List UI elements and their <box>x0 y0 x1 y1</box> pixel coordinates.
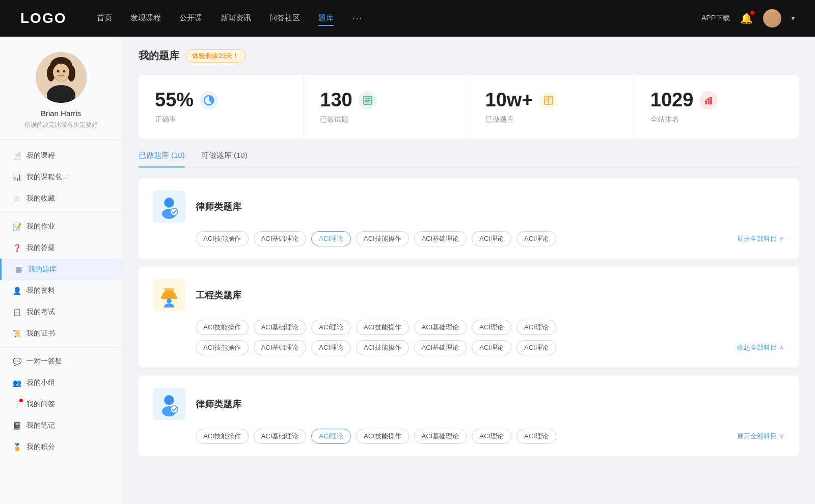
menu-label-profile: 我的资料 <box>26 286 55 295</box>
tag-2-5[interactable]: ACI理论 <box>472 429 511 444</box>
tag-1-0[interactable]: ACI技能操作 <box>196 320 249 335</box>
menu-item-favorites[interactable]: ☆ 我的收藏 <box>0 188 122 209</box>
tag-2-4[interactable]: ACI基础理论 <box>414 429 467 444</box>
score-icon: 🏅 <box>12 442 21 452</box>
menu-item-notes[interactable]: 📓 我的笔记 <box>0 415 122 436</box>
tag-2-2[interactable]: ACI理论 <box>311 429 351 444</box>
nav-discover[interactable]: 发现课程 <box>130 11 161 26</box>
tag-1-4[interactable]: ACI基础理论 <box>414 320 467 335</box>
menu-item-qbank[interactable]: ▦ 我的题库 <box>0 259 122 280</box>
grid-icon: ▦ <box>14 265 23 274</box>
collapse-btn-1[interactable]: 收起全部科目 ∧ <box>737 343 784 352</box>
tag-0-3[interactable]: ACI技能操作 <box>356 231 409 246</box>
tag-2-0[interactable]: ACI技能操作 <box>196 429 249 444</box>
qbank-card-2-title: 律师类题库 <box>196 398 241 410</box>
stat-done-questions-value: 130 <box>320 89 352 111</box>
tag-1-r2-0[interactable]: ACI技能操作 <box>196 340 249 355</box>
tag-0-5[interactable]: ACI理论 <box>472 231 511 246</box>
dropdown-arrow-icon[interactable]: ▾ <box>792 15 795 22</box>
tag-1-5[interactable]: ACI理论 <box>472 320 511 335</box>
tag-1-r2-5[interactable]: ACI理论 <box>472 340 511 355</box>
page-header: 我的题库 体验剩余23天！ <box>139 49 799 63</box>
main-layout: Brian Harris 错误的决定比没有决定要好 📄 我的课程 📊 我的课程包… <box>0 37 815 504</box>
lawyer-icon-2 <box>157 392 181 416</box>
menu-label-my-qa: 我的问答 <box>26 400 55 409</box>
tag-1-r2-2[interactable]: ACI理论 <box>311 340 351 355</box>
menu-item-courses[interactable]: 📄 我的课程 <box>0 145 122 166</box>
group-icon: 👥 <box>12 378 21 387</box>
nav-qbank[interactable]: 题库 <box>318 11 334 26</box>
chart-icon: 📊 <box>12 173 21 182</box>
stat-accuracy-label: 正确率 <box>155 115 287 124</box>
tag-1-6[interactable]: ACI理论 <box>517 320 556 335</box>
stat-accuracy-value: 55% <box>155 89 194 111</box>
avatar[interactable] <box>763 9 781 27</box>
menu-label-cert: 我的证书 <box>26 329 55 338</box>
menu-item-group[interactable]: 👥 我的小组 <box>0 372 122 394</box>
tab-done[interactable]: 已做题库 (10) <box>139 151 185 167</box>
stat-rank-row: 1029 <box>650 89 782 111</box>
menu-item-qa-mine[interactable]: ❓ 我的答疑 <box>0 237 122 259</box>
tag-1-3[interactable]: ACI技能操作 <box>356 320 409 335</box>
tag-0-1[interactable]: ACI基础理论 <box>254 231 307 246</box>
tag-1-2[interactable]: ACI理论 <box>311 320 351 335</box>
app-download-button[interactable]: APP下载 <box>701 14 730 23</box>
profile-avatar <box>36 52 87 103</box>
tag-1-r2-3[interactable]: ACI技能操作 <box>356 340 409 355</box>
menu-item-1on1[interactable]: 💬 一对一答疑 <box>0 351 122 372</box>
nav-news[interactable]: 新闻资讯 <box>221 11 251 26</box>
expand-btn-0[interactable]: 展开全部科目 ∨ <box>737 234 784 243</box>
qbank-card-2-icon <box>153 388 185 421</box>
menu-item-profile[interactable]: 👤 我的资料 <box>0 280 122 301</box>
logo: LOGO <box>20 10 66 26</box>
tab-todo[interactable]: 可做题库 (10) <box>201 151 248 167</box>
menu-item-cert[interactable]: 📜 我的证书 <box>0 323 122 344</box>
tag-0-0[interactable]: ACI技能操作 <box>196 231 249 246</box>
nav-more[interactable]: ··· <box>352 11 363 26</box>
stat-done-questions-label: 已做试题 <box>320 115 452 124</box>
menu-label-notes: 我的笔记 <box>26 421 55 430</box>
menu-label-exam: 我的考试 <box>26 307 55 317</box>
svg-point-34 <box>164 303 174 307</box>
accuracy-icon <box>200 91 218 109</box>
svg-rect-26 <box>710 97 712 104</box>
stat-accuracy-row: 55% <box>155 89 287 111</box>
svg-point-29 <box>165 199 173 207</box>
tag-1-r2-1[interactable]: ACI基础理论 <box>254 340 307 355</box>
stat-done-qbank-row: 10w+ <box>485 89 617 111</box>
tag-0-6[interactable]: ACI理论 <box>517 231 556 246</box>
qbank-card-0-header: 律师类题库 <box>153 190 784 223</box>
nav-qa[interactable]: 问答社区 <box>269 11 300 26</box>
svg-rect-24 <box>705 101 707 104</box>
stat-accuracy: 55% 正确率 <box>139 75 304 138</box>
pie-chart-icon <box>203 95 214 106</box>
nav-home[interactable]: 首页 <box>97 11 112 26</box>
menu-item-homework[interactable]: 📝 我的作业 <box>0 216 122 237</box>
qbank-card-1-tags-row1: ACI技能操作 ACI基础理论 ACI理论 ACI技能操作 ACI基础理论 AC… <box>153 320 784 335</box>
tag-0-4[interactable]: ACI基础理论 <box>414 231 467 246</box>
tag-2-6[interactable]: ACI理论 <box>517 429 556 444</box>
svg-point-9 <box>57 70 59 73</box>
menu-label-favorites: 我的收藏 <box>26 194 55 203</box>
tag-1-r2-6[interactable]: ACI理论 <box>517 340 556 355</box>
tag-1-1[interactable]: ACI基础理论 <box>254 320 307 335</box>
tag-0-2[interactable]: ACI理论 <box>311 231 351 246</box>
file-icon: 📋 <box>12 307 21 317</box>
nav-open-course[interactable]: 公开课 <box>179 11 202 26</box>
qbank-card-0-icon <box>153 190 185 223</box>
engineer-icon <box>157 283 181 307</box>
expand-btn-2[interactable]: 展开全部科目 ∨ <box>737 432 784 441</box>
tag-1-r2-4[interactable]: ACI基础理论 <box>414 340 467 355</box>
tag-2-1[interactable]: ACI基础理论 <box>254 429 307 444</box>
menu-item-exam[interactable]: 📋 我的考试 <box>0 301 122 323</box>
notification-bell[interactable]: 🔔 <box>740 12 753 24</box>
qbank-card-1-title: 工程类题库 <box>196 289 241 301</box>
qbank-card-2: 律师类题库 ACI技能操作 ACI基础理论 ACI理论 ACI技能操作 ACI基… <box>139 376 799 456</box>
menu-item-course-packages[interactable]: 📊 我的课程包... <box>0 166 122 188</box>
menu-item-my-qa[interactable]: ❔ 我的问答 <box>0 394 122 415</box>
svg-point-10 <box>63 70 65 73</box>
menu-label-qbank: 我的题库 <box>28 265 57 274</box>
menu-separator-1 <box>0 212 122 213</box>
menu-item-points[interactable]: 🏅 我的积分 <box>0 436 122 458</box>
tag-2-3[interactable]: ACI技能操作 <box>356 429 409 444</box>
